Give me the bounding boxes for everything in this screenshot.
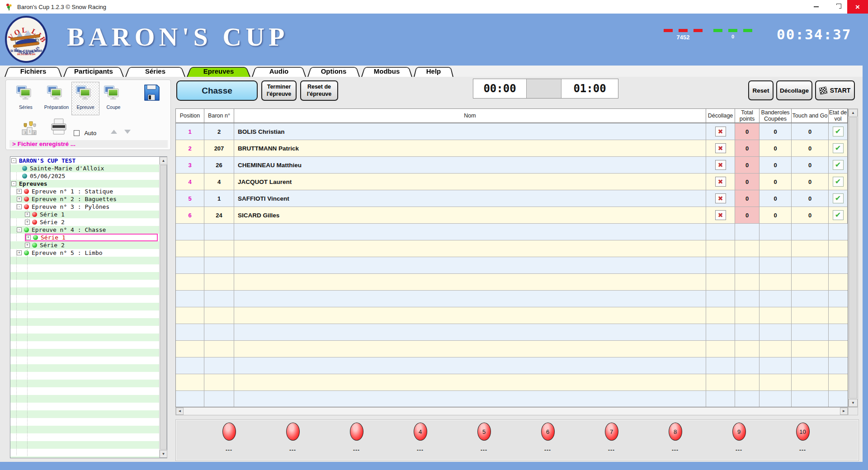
start-button[interactable]: START: [815, 80, 855, 100]
col-position: Position: [176, 109, 204, 123]
save-button[interactable]: [138, 84, 165, 103]
print-button[interactable]: [49, 118, 68, 138]
tree-item-serie-1-chasse-selected[interactable]: +Série 1: [10, 234, 160, 241]
col-touchgo: Touch and Go: [792, 109, 829, 123]
app-header: VOL LIBRE St Marie-d'Alloix 38660 06.51.…: [0, 14, 868, 66]
teal-ball-icon: [22, 174, 27, 179]
current-epreuve-button[interactable]: Chasse: [176, 80, 258, 101]
tree-item-epreuve-1[interactable]: +Epreuve n° 1 : Statique: [10, 188, 160, 195]
restore-button[interactable]: [826, 0, 847, 14]
tree-item-serie-2-pylones[interactable]: +Série 2: [10, 218, 160, 226]
etat-vol-toggle[interactable]: ✔: [833, 193, 844, 203]
toolbar-button-series[interactable]: Séries: [9, 84, 42, 110]
close-button[interactable]: ×: [847, 0, 868, 14]
tree-item-location[interactable]: Sainte-Marie d'Alloix: [10, 164, 160, 172]
scrollbar-thumb[interactable]: [849, 117, 857, 399]
tab-modbus[interactable]: Modbus: [361, 66, 412, 77]
tree-item-epreuve-2[interactable]: +Epreuve n° 2 : Baguettes: [10, 195, 160, 203]
table-empty-row: [176, 374, 848, 391]
red-lamp[interactable]: 4: [414, 423, 427, 441]
finish-epreuve-button[interactable]: Terminer l'épreuve: [261, 80, 297, 101]
move-up-button[interactable]: [111, 130, 117, 134]
tab-fichiers[interactable]: Fichiers: [5, 66, 62, 77]
scroll-left-icon[interactable]: ◄: [176, 408, 184, 415]
table-horizontal-scrollbar[interactable]: ◄ ►: [175, 407, 848, 415]
move-down-button[interactable]: [124, 130, 131, 134]
reset-epreuve-button[interactable]: Reset de l'épreuve: [300, 80, 338, 101]
collapse-icon[interactable]: -: [11, 158, 16, 163]
expand-icon[interactable]: +: [17, 250, 22, 255]
bottom-border-strip: [0, 462, 868, 470]
tree-item-epreuve-4[interactable]: -Epreuve n° 4 : Chasse: [10, 226, 160, 234]
tab-epreuves[interactable]: Epreuves: [187, 66, 250, 77]
expand-icon[interactable]: +: [26, 235, 31, 240]
red-lamp[interactable]: 7: [605, 423, 618, 441]
collapse-icon[interactable]: -: [17, 204, 22, 209]
red-lamp[interactable]: 10: [796, 423, 810, 441]
decollage-toggle[interactable]: ✖: [715, 177, 726, 187]
col-etat: Etat de vol: [829, 109, 848, 123]
scroll-up-icon[interactable]: ▲: [849, 109, 858, 117]
status-message: > Fichier enregistré ...: [9, 141, 75, 147]
tab-participants[interactable]: Participants: [63, 66, 124, 77]
decollage-button[interactable]: Décollage: [776, 80, 812, 100]
scroll-down-icon[interactable]: ▼: [849, 399, 858, 407]
tree-item-epreuves[interactable]: -Epreuves: [10, 180, 160, 188]
scroll-right-icon[interactable]: ►: [840, 408, 848, 415]
right-border-strip: [863, 66, 868, 470]
club-logo: VOL LIBRE St Marie-d'Alloix 38660 06.51.…: [5, 15, 48, 64]
tab-bar: Fichiers Participants Séries Epreuves Au…: [0, 66, 863, 77]
decollage-toggle[interactable]: ✖: [715, 210, 726, 220]
tree-item-serie-1-pylones[interactable]: +Série 1: [10, 211, 160, 218]
tree-item-epreuve-5[interactable]: +Epreuve n° 5 : Limbo: [10, 249, 160, 257]
minimize-button[interactable]: [806, 0, 826, 14]
reset-button[interactable]: Reset: [748, 80, 774, 100]
tree-item-serie-2-chasse[interactable]: +Série 2: [10, 241, 160, 249]
tab-series[interactable]: Séries: [125, 66, 185, 77]
toolbar-button-preparation[interactable]: Préparation: [40, 84, 73, 110]
toolbar-button-coupe[interactable]: Coupe: [97, 84, 130, 110]
tree-selection-box: +Série 1: [25, 234, 158, 241]
etat-vol-toggle[interactable]: ✔: [833, 127, 844, 136]
tab-help[interactable]: Help: [414, 66, 453, 77]
red-lamp[interactable]: 5: [477, 423, 491, 441]
decollage-toggle[interactable]: ✖: [715, 127, 726, 136]
collapse-icon[interactable]: -: [17, 227, 22, 232]
red-lamp[interactable]: 9: [732, 423, 746, 441]
tree-item-root[interactable]: -BARON'S CUP TEST: [10, 157, 160, 164]
svg-text:1: 1: [29, 130, 31, 133]
expand-icon[interactable]: +: [25, 243, 30, 248]
table-vertical-scrollbar[interactable]: ▲ ▼: [848, 108, 858, 407]
expand-icon[interactable]: +: [25, 212, 30, 217]
decollage-toggle[interactable]: ✖: [715, 193, 726, 203]
monitors-icon: [47, 84, 66, 102]
tab-audio[interactable]: Audio: [252, 66, 306, 77]
etat-vol-toggle[interactable]: ✔: [833, 160, 844, 170]
col-total: Total points: [735, 109, 760, 123]
red-lamp[interactable]: [222, 423, 236, 441]
red-lamp[interactable]: 8: [669, 423, 682, 441]
collapse-icon[interactable]: -: [11, 181, 16, 186]
etat-vol-toggle[interactable]: ✔: [833, 143, 844, 153]
red-lamp[interactable]: [350, 423, 363, 441]
scroll-up-icon[interactable]: ▲: [160, 157, 167, 164]
decollage-toggle[interactable]: ✖: [715, 160, 726, 170]
expand-icon[interactable]: +: [17, 189, 22, 194]
scroll-down-icon[interactable]: ▼: [160, 450, 167, 458]
expand-icon[interactable]: +: [25, 220, 30, 225]
tree-item-epreuve-3[interactable]: -Epreuve n° 3 : Pylônes: [10, 203, 160, 211]
podium-button[interactable]: 312: [19, 120, 37, 137]
tree-scrollbar[interactable]: ▲ ▼: [159, 157, 167, 458]
green-ball-icon: [33, 235, 38, 240]
etat-vol-toggle[interactable]: ✔: [833, 177, 844, 187]
red-lamp[interactable]: [286, 423, 300, 441]
auto-checkbox[interactable]: Auto: [74, 129, 96, 137]
tab-options[interactable]: Options: [307, 66, 360, 77]
expand-icon[interactable]: +: [17, 197, 22, 202]
decollage-toggle[interactable]: ✖: [715, 143, 726, 153]
table-empty-row: [176, 324, 848, 341]
tree-item-date[interactable]: 05/06/2025: [10, 172, 160, 180]
red-lamp[interactable]: 6: [541, 423, 555, 441]
scrollbar-thumb[interactable]: [160, 165, 167, 450]
etat-vol-toggle[interactable]: ✔: [833, 210, 844, 220]
